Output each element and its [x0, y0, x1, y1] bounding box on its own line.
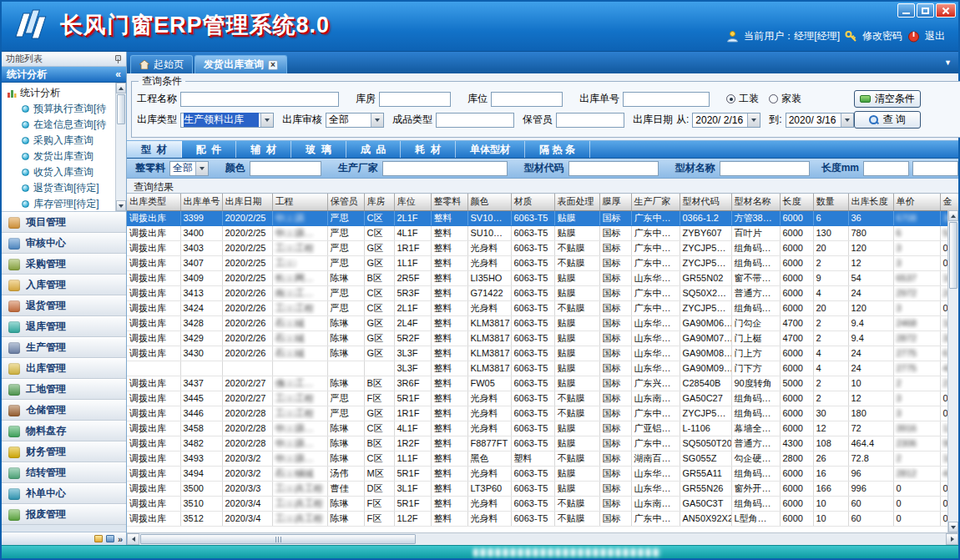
tree-scrollbar[interactable] [115, 83, 126, 211]
table-row[interactable]: 调拨出库34462020/2/28工□□工程严思G区1R1F整料光身料6063-… [127, 406, 958, 421]
outbound-type-select[interactable]: 生产领料出库 [180, 113, 274, 128]
sidebar-module[interactable]: 工地管理 [2, 379, 126, 400]
length-min-input[interactable] [863, 161, 909, 176]
warehouse-input[interactable] [379, 92, 451, 107]
table-row[interactable]: 调拨出库34452020/2/27工□□工程严思F区5R1F整料光身料6063-… [127, 391, 958, 406]
column-header[interactable]: 整零料 [431, 194, 467, 210]
table-row[interactable]: 调拨出库34032020/2/25工□□工程严思G区1R1F整料光身料6063-… [127, 240, 958, 255]
column-header[interactable]: 单价 [893, 194, 940, 210]
sidebar-module[interactable]: 审核中心 [2, 233, 126, 254]
table-row[interactable]: 调拨出库34282020/2/26石□□城陈琳G区2L4F整料KLM381760… [127, 315, 958, 330]
sidebar-module[interactable]: 物料盘存 [2, 421, 126, 441]
sidebar-section-statistics[interactable]: 统计分析 « [2, 67, 126, 83]
table-row[interactable]: 调拨出库33992020/2/25华□□源严思C区2L1F整料SV10…6063… [127, 210, 958, 225]
column-header[interactable]: 出库长度 [848, 194, 893, 210]
tree-item[interactable]: 预算执行查询[待 [7, 101, 114, 117]
sidebar-module[interactable]: 入库管理 [2, 275, 126, 295]
column-header[interactable]: 工程 [272, 194, 327, 210]
scroll-up-icon[interactable] [116, 83, 126, 93]
column-header[interactable]: 表面处理 [554, 194, 599, 210]
material-tab[interactable]: 型 材 [127, 141, 182, 158]
column-header[interactable]: 金 [940, 194, 958, 210]
sidebar-module[interactable]: 退货管理 [2, 295, 126, 316]
column-header[interactable]: 材质 [511, 194, 554, 210]
tree-item[interactable]: 采购入库查询 [7, 133, 114, 149]
grid-scrollbar-thumb[interactable] [949, 222, 957, 289]
logout-link[interactable]: 退出 [925, 29, 945, 43]
table-row[interactable]: 3L3F整料KLM38176063-T5贴膜国标山东华…GA90M09…门下方6… [127, 361, 958, 376]
table-row[interactable]: 调拨出库34072020/2/25工□□严思G区1L1F整料光身料6063-T5… [127, 255, 958, 270]
tree-scrollbar-thumb[interactable] [117, 94, 125, 124]
column-header[interactable]: 保管员 [327, 194, 364, 210]
material-tab[interactable]: 配 件 [182, 141, 237, 158]
table-row[interactable]: 调拨出库35102020/3/4工□□共工程陈琳F区5R1F整料光身料6063-… [127, 496, 958, 511]
monitor-icon[interactable] [106, 535, 114, 542]
radio-gongzhuang[interactable] [726, 94, 735, 103]
column-header[interactable]: 长度 [780, 194, 813, 210]
sidebar-module[interactable]: 报废管理 [2, 504, 126, 525]
clear-conditions-button[interactable]: 清空条件 [854, 90, 921, 108]
outbound-audit-select[interactable]: 全部 [326, 113, 384, 128]
date-from-picker[interactable]: 2020/ 2/16 [692, 113, 760, 128]
minimize-button[interactable] [897, 3, 915, 18]
table-row[interactable]: 调拨出库34822020/2/28华□□源…陈琳B区1R2F整料F8877FT6… [127, 436, 958, 451]
column-header[interactable]: 型材代码 [680, 194, 731, 210]
keeper-input[interactable] [556, 113, 624, 128]
sidebar-module[interactable]: 退库管理 [2, 316, 126, 337]
search-button[interactable]: 查 询 [854, 111, 921, 129]
column-header[interactable]: 颜色 [467, 194, 511, 210]
table-row[interactable]: 调拨出库34132020/2/26南□□工…严思C区5R3F整料G7142260… [127, 285, 958, 300]
table-row[interactable]: 调拨出库34932020/3/2华□□源…陈琳C区1L1F整料黑色塑料不贴膜国标… [127, 451, 958, 466]
profile-name-input[interactable] [720, 161, 810, 176]
column-header[interactable]: 型材名称 [731, 194, 780, 210]
sidebar-module[interactable]: 补单中心 [2, 483, 126, 504]
folder-icon[interactable] [94, 535, 103, 542]
sidebar-module[interactable]: 采购管理 [2, 254, 126, 275]
sidebar-module[interactable]: 生产管理 [2, 337, 126, 358]
pin-icon[interactable] [113, 54, 122, 63]
location-input[interactable] [491, 92, 563, 107]
material-tab[interactable]: 玻 璃 [291, 141, 346, 158]
table-row[interactable]: 调拨出库34242020/2/26工□□工程严思C区2L1F整料光身料6063-… [127, 300, 958, 315]
column-header[interactable]: 出库类型 [127, 194, 180, 210]
outbound-no-input[interactable] [623, 92, 710, 107]
tree-item[interactable]: 在途信息查询[待 [7, 117, 114, 133]
scroll-down-icon[interactable] [948, 522, 958, 532]
material-tab[interactable]: 辅 材 [236, 141, 291, 158]
scroll-left-icon[interactable] [127, 533, 139, 545]
profile-code-input[interactable] [568, 161, 659, 176]
material-tab[interactable]: 单体型材 [456, 141, 525, 158]
table-row[interactable]: 调拨出库34002020/2/25华□□源…严思C区4L1F整料SU10…606… [127, 225, 958, 240]
more-icon[interactable]: » [118, 534, 123, 544]
column-header[interactable]: 出库单号 [180, 194, 222, 210]
sidebar-module[interactable]: 项目管理 [2, 212, 126, 233]
maximize-button[interactable] [917, 3, 934, 18]
project-name-input[interactable] [180, 92, 339, 107]
whole-part-select[interactable]: 全部 [169, 161, 209, 176]
tree-item[interactable]: 发货出库查询 [7, 149, 114, 164]
sidebar-module[interactable]: 财务管理 [2, 441, 126, 462]
tree-item[interactable]: 退货查询[待定] [7, 180, 114, 196]
color-input[interactable] [250, 161, 321, 176]
grid-horizontal-scrollbar[interactable] [127, 532, 958, 545]
table-row[interactable]: 调拨出库34292020/2/26石□□城陈琳G区5R2F整料KLM381760… [127, 330, 958, 346]
column-header[interactable]: 数量 [813, 194, 848, 210]
tree-item[interactable]: 收货入库查询 [7, 164, 114, 180]
change-password-link[interactable]: 修改密码 [862, 29, 902, 43]
date-to-picker[interactable]: 2020/ 3/16 [786, 113, 854, 128]
material-tab[interactable]: 成 品 [346, 141, 402, 158]
radio-jiazhuang[interactable] [769, 94, 778, 103]
table-row[interactable]: 调拨出库34092020/2/25长□□网…陈琳B区2R5F整料LI35HO60… [127, 270, 958, 285]
table-row[interactable]: 调拨出库34372020/2/27佛□□工…陈琳B区3R6F整料FW056063… [127, 376, 958, 391]
collapse-icon[interactable]: « [115, 68, 121, 80]
tab-list-dropdown-icon[interactable]: ▼ [944, 58, 952, 67]
product-type-input[interactable] [436, 113, 514, 128]
column-header[interactable]: 库位 [394, 194, 431, 210]
maker-input[interactable] [382, 161, 508, 176]
grid-hscrollbar-thumb[interactable] [140, 534, 416, 544]
sidebar-module[interactable]: 出库管理 [2, 358, 126, 379]
tab-close-icon[interactable]: × [268, 60, 278, 70]
tree-item[interactable]: 库存管理[待定] [7, 196, 114, 212]
table-row[interactable]: 调拨出库34942020/3/2石□□镇城汤伟M区5R1F整料光身料6063-T… [127, 466, 958, 481]
table-row[interactable]: 调拨出库35122020/3/4工□□共工程陈琳F区1L2F整料光身料6063-… [127, 511, 958, 526]
